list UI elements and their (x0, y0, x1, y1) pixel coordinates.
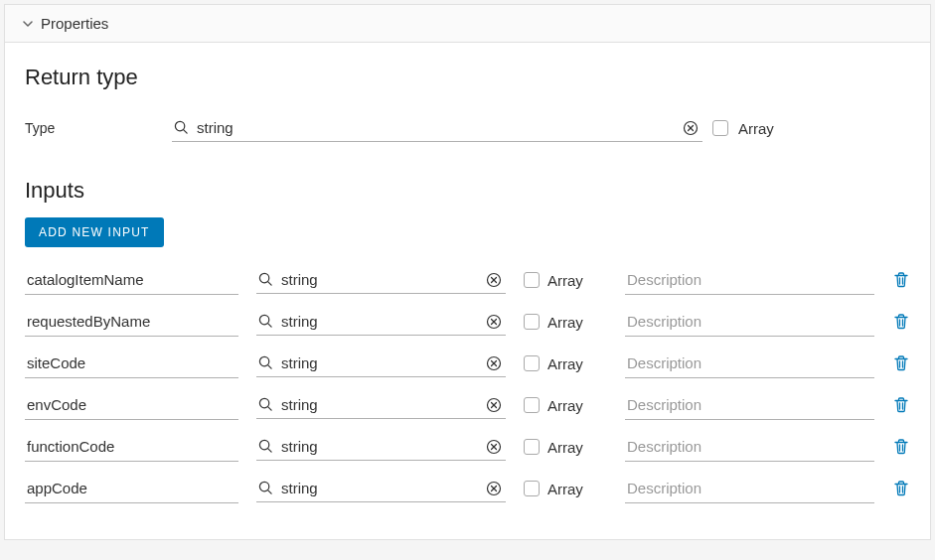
input-description-input[interactable] (625, 474, 874, 502)
return-type-input[interactable] (193, 114, 679, 141)
input-type-input[interactable] (277, 308, 482, 335)
return-type-heading: Return type (25, 65, 910, 90)
svg-line-26 (268, 449, 272, 453)
input-row: Array (25, 265, 910, 295)
input-array-checkbox[interactable] (524, 481, 540, 496)
panel-body: Return type Type Array Inputs ADD NEW IN… (5, 43, 930, 539)
input-description-input[interactable] (625, 432, 874, 461)
svg-line-1 (184, 130, 188, 134)
return-type-field[interactable] (172, 114, 702, 142)
input-array-group: Array (524, 397, 607, 414)
inputs-heading: Inputs (25, 178, 910, 204)
input-array-group: Array (524, 314, 607, 331)
input-name-field[interactable] (25, 474, 238, 503)
search-icon (258, 481, 273, 495)
input-array-checkbox[interactable] (524, 397, 540, 413)
panel-header[interactable]: Properties (5, 5, 930, 43)
input-array-group: Array (524, 355, 607, 372)
input-description-field[interactable] (625, 349, 874, 378)
input-array-label: Array (547, 397, 583, 414)
svg-line-21 (268, 407, 272, 411)
input-array-group: Array (524, 481, 607, 497)
input-name-input[interactable] (25, 349, 238, 377)
search-icon (258, 272, 273, 287)
clear-icon[interactable] (486, 314, 502, 330)
clear-icon[interactable] (486, 355, 502, 371)
input-array-checkbox[interactable] (524, 439, 540, 455)
search-icon (258, 314, 273, 329)
input-type-field[interactable] (256, 350, 506, 377)
input-name-input[interactable] (25, 390, 238, 419)
input-description-input[interactable] (625, 265, 874, 294)
input-name-input[interactable] (25, 307, 238, 336)
input-name-input[interactable] (25, 474, 238, 502)
input-row: Array (25, 349, 910, 378)
clear-icon[interactable] (486, 439, 502, 455)
trash-icon[interactable] (892, 271, 910, 289)
clear-icon[interactable] (486, 397, 502, 413)
input-type-field[interactable] (256, 433, 506, 461)
input-description-input[interactable] (625, 349, 874, 377)
trash-icon[interactable] (892, 313, 910, 331)
input-description-field[interactable] (625, 474, 874, 503)
svg-line-16 (268, 365, 272, 369)
input-array-label: Array (547, 355, 583, 372)
input-array-label: Array (547, 314, 583, 331)
input-row: Array (25, 474, 910, 503)
input-description-input[interactable] (625, 307, 874, 336)
return-array-label: Array (738, 120, 774, 137)
return-array-checkbox[interactable] (712, 120, 728, 136)
input-description-input[interactable] (625, 390, 874, 419)
input-name-field[interactable] (25, 349, 238, 378)
input-array-group: Array (524, 272, 607, 289)
svg-line-6 (268, 282, 272, 286)
svg-line-11 (268, 324, 272, 328)
input-type-input[interactable] (277, 475, 482, 501)
panel-title: Properties (41, 15, 108, 32)
return-type-row: Type Array (25, 114, 910, 142)
input-array-checkbox[interactable] (524, 314, 540, 330)
input-type-field[interactable] (256, 475, 506, 502)
clear-icon[interactable] (486, 481, 502, 496)
input-type-input[interactable] (277, 433, 482, 460)
input-name-input[interactable] (25, 265, 238, 294)
trash-icon[interactable] (892, 480, 910, 497)
input-name-field[interactable] (25, 265, 238, 295)
input-array-checkbox[interactable] (524, 272, 540, 288)
input-description-field[interactable] (625, 265, 874, 295)
input-array-group: Array (524, 439, 607, 456)
svg-line-31 (268, 490, 272, 494)
input-description-field[interactable] (625, 307, 874, 337)
search-icon (258, 355, 273, 370)
trash-icon[interactable] (892, 396, 910, 414)
search-icon (258, 439, 273, 454)
input-name-field[interactable] (25, 432, 238, 462)
clear-icon[interactable] (683, 120, 699, 136)
input-row: Array (25, 390, 910, 420)
input-type-field[interactable] (256, 266, 506, 294)
trash-icon[interactable] (892, 354, 910, 372)
input-row: Array (25, 432, 910, 462)
input-array-label: Array (547, 272, 583, 289)
clear-icon[interactable] (486, 272, 502, 288)
input-name-field[interactable] (25, 307, 238, 337)
input-name-input[interactable] (25, 432, 238, 461)
trash-icon[interactable] (892, 438, 910, 456)
chevron-down-icon (23, 19, 33, 29)
input-name-field[interactable] (25, 390, 238, 420)
input-type-input[interactable] (277, 391, 482, 418)
input-type-input[interactable] (277, 350, 482, 376)
input-description-field[interactable] (625, 390, 874, 420)
input-type-field[interactable] (256, 308, 506, 336)
input-description-field[interactable] (625, 432, 874, 462)
search-icon (258, 397, 273, 412)
input-array-checkbox[interactable] (524, 355, 540, 371)
search-icon (174, 120, 189, 135)
add-new-input-button[interactable]: ADD NEW INPUT (25, 217, 164, 247)
input-row: Array (25, 307, 910, 337)
input-type-input[interactable] (277, 266, 482, 293)
input-type-field[interactable] (256, 391, 506, 419)
inputs-container: ArrayArrayArrayArrayArrayArray (25, 265, 910, 503)
type-label: Type (25, 120, 162, 136)
input-array-label: Array (547, 481, 583, 497)
